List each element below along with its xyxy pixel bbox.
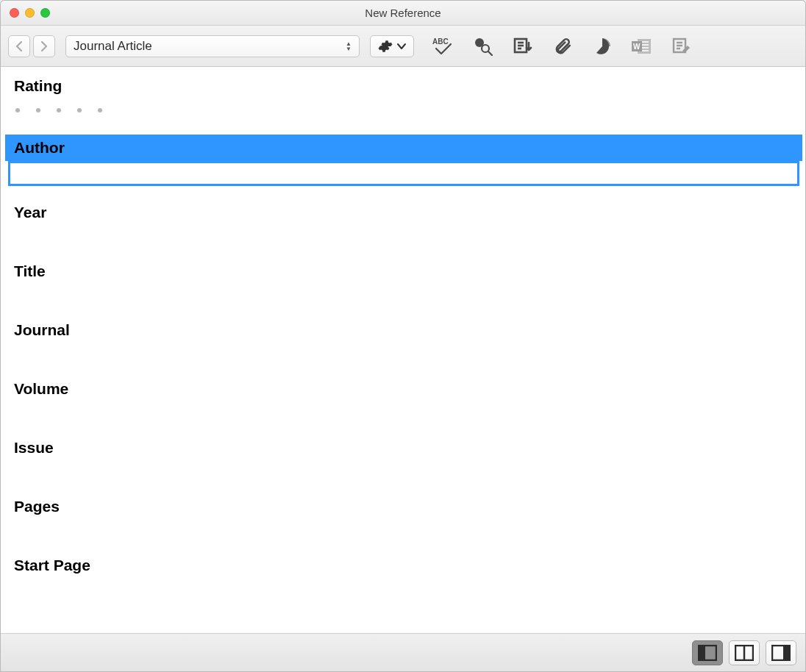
reference-type-select[interactable]: Journal Article ▲▼: [65, 35, 360, 57]
field-year[interactable]: Year: [5, 199, 802, 226]
field-journal[interactable]: Journal: [5, 317, 802, 343]
attach-file-button[interactable]: [551, 35, 574, 58]
rating-label: Rating: [5, 73, 802, 99]
rating-dot[interactable]: [77, 108, 82, 112]
layout-split-right-button[interactable]: [766, 640, 796, 665]
title-label: Title: [5, 258, 802, 285]
journal-label: Journal: [5, 317, 802, 343]
zoom-window-button[interactable]: [40, 8, 50, 18]
field-issue[interactable]: Issue: [5, 435, 802, 461]
chevron-left-icon: [15, 40, 24, 52]
svg-text:ABC: ABC: [432, 37, 449, 46]
volume-label: Volume: [5, 376, 802, 402]
toolbar-icon-row: ABC: [432, 35, 693, 58]
rating-dot[interactable]: [36, 108, 40, 112]
field-startpage[interactable]: Start Page: [5, 552, 802, 579]
svg-line-3: [488, 51, 492, 55]
reference-type-value: Journal Article: [74, 39, 152, 54]
svg-rect-20: [699, 646, 705, 660]
layout-split-center-button[interactable]: [729, 640, 760, 665]
spellcheck-button[interactable]: ABC: [432, 35, 455, 58]
word-icon: W: [632, 37, 652, 55]
chart-button[interactable]: [591, 35, 614, 58]
close-window-button[interactable]: [10, 8, 19, 18]
bottombar: [1, 633, 805, 671]
toolbar: Journal Article ▲▼ ABC: [1, 26, 805, 67]
paperclip-icon: [553, 37, 572, 56]
minimize-window-button[interactable]: [25, 8, 35, 18]
layout-split-right-icon: [771, 645, 791, 661]
format-reference-button[interactable]: [670, 35, 693, 58]
note-edit-icon: [672, 37, 691, 56]
spellcheck-icon: ABC: [432, 37, 454, 56]
options-menu-button[interactable]: [370, 35, 414, 57]
titlebar: New Reference: [1, 1, 805, 26]
insert-note-button[interactable]: [511, 35, 535, 58]
note-down-icon: [513, 37, 532, 56]
pie-chart-icon: [593, 37, 612, 56]
layout-split-center-icon: [735, 645, 754, 661]
rating-control[interactable]: [5, 99, 802, 112]
startpage-label: Start Page: [5, 552, 802, 579]
word-export-button[interactable]: W: [630, 35, 654, 58]
layout-split-left-button[interactable]: [692, 640, 723, 665]
rating-dot[interactable]: [57, 108, 61, 112]
layout-split-left-icon: [698, 645, 717, 661]
gear-icon: [378, 39, 393, 54]
chevron-down-icon: [397, 43, 406, 50]
field-rating: Rating: [5, 73, 802, 112]
svg-text:W: W: [633, 43, 641, 51]
year-label: Year: [5, 199, 802, 226]
stepper-icon: ▲▼: [346, 41, 352, 51]
author-label: Author: [5, 135, 802, 161]
window: New Reference Journal Article ▲▼ ABC: [0, 0, 806, 672]
issue-label: Issue: [5, 435, 802, 461]
nav-group: [8, 35, 55, 57]
nav-back-button[interactable]: [8, 35, 30, 57]
author-input[interactable]: [10, 163, 797, 184]
chevron-right-icon: [40, 40, 49, 52]
field-pages[interactable]: Pages: [5, 493, 802, 520]
pages-label: Pages: [5, 493, 802, 520]
find-icon: [474, 37, 493, 56]
traffic-lights: [10, 8, 50, 18]
svg-rect-24: [783, 646, 790, 660]
field-volume[interactable]: Volume: [5, 376, 802, 402]
content-area[interactable]: Rating Author Year Title Journal: [1, 67, 805, 633]
window-title: New Reference: [365, 7, 441, 19]
nav-forward-button[interactable]: [33, 35, 55, 57]
rating-dot[interactable]: [15, 108, 20, 112]
find-reference-button[interactable]: [471, 35, 495, 58]
field-title[interactable]: Title: [5, 258, 802, 285]
field-author: Author: [5, 135, 802, 186]
rating-dot[interactable]: [98, 108, 102, 112]
